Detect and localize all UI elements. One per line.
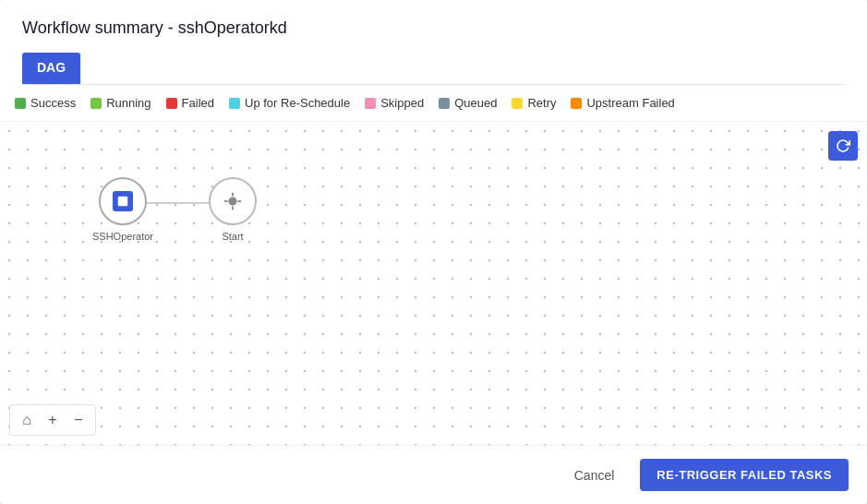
legend-dot-success <box>15 98 26 109</box>
zoom-controls: ⌂ + − <box>9 404 96 436</box>
ssh-operator-icon <box>113 191 133 211</box>
legend-retry: Retry <box>512 96 556 110</box>
legend-skipped: Skipped <box>365 96 424 110</box>
legend-queued: Queued <box>439 96 497 110</box>
legend-upstream-failed: Upstream Failed <box>571 96 674 110</box>
legend-success: Success <box>15 96 76 110</box>
dag-node-start[interactable]: Start <box>209 177 257 242</box>
dag-nodes: SSHOperator Start <box>92 177 257 242</box>
modal-title: Workflow summary - sshOperatorkd <box>22 18 845 38</box>
legend-dot-failed <box>166 98 177 109</box>
refresh-button[interactable] <box>828 131 858 161</box>
zoom-out-button[interactable]: − <box>67 409 90 431</box>
legend-dot-skipped <box>365 98 376 109</box>
modal: Workflow summary - sshOperatorkd DAG Suc… <box>0 0 867 504</box>
retrigger-button[interactable]: RE-TRIGGER FAILED TASKS <box>640 459 849 491</box>
start-icon <box>223 191 243 211</box>
zoom-home-button[interactable]: ⌂ <box>16 409 38 431</box>
svg-point-1 <box>229 198 235 204</box>
legend-dot-upstream-failed <box>571 98 582 109</box>
cancel-button[interactable]: Cancel <box>560 461 630 490</box>
node-label-start: Start <box>222 231 243 242</box>
legend-dot-queued <box>439 98 450 109</box>
legend-running: Running <box>90 96 151 110</box>
tabs: DAG <box>22 53 845 85</box>
modal-header: Workflow summary - sshOperatorkd DAG <box>0 0 867 85</box>
modal-footer: Cancel RE-TRIGGER FAILED TASKS <box>0 445 867 504</box>
zoom-in-button[interactable]: + <box>42 409 64 431</box>
legend-reschedule: Up for Re-Schedule <box>229 96 350 110</box>
legend-dot-retry <box>512 98 523 109</box>
legend-failed: Failed <box>166 96 214 110</box>
dag-area: SSHOperator Start ⌂ + − <box>0 122 867 445</box>
node-label-ssh: SSHOperator <box>92 231 153 242</box>
node-circle-ssh[interactable] <box>99 177 147 225</box>
dag-node-ssh[interactable]: SSHOperator <box>92 177 153 242</box>
tab-dag[interactable]: DAG <box>22 53 80 84</box>
svg-rect-0 <box>118 197 128 207</box>
legend-bar: Success Running Failed Up for Re-Schedul… <box>0 85 867 122</box>
node-circle-start[interactable] <box>209 177 257 225</box>
legend-dot-reschedule <box>229 98 240 109</box>
legend-dot-running <box>90 98 102 109</box>
